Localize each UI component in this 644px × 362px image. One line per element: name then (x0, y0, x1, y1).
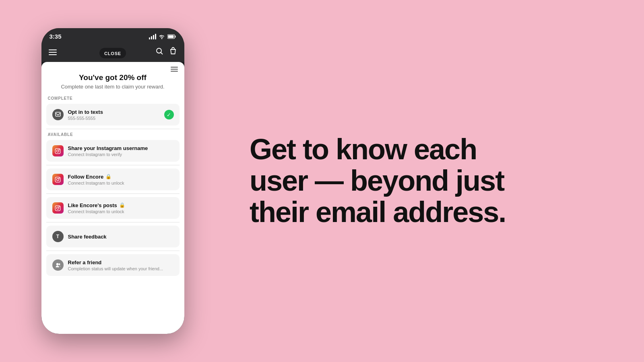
battery-icon (167, 34, 176, 39)
reward-header: You've got 20% off Complete one last ite… (41, 72, 184, 96)
task-instagram-share[interactable]: Share your Instagram username Connect In… (46, 140, 180, 162)
task-like-posts[interactable]: Like Encore's posts 🔒 Connect Instagram … (46, 197, 180, 219)
svg-point-7 (57, 150, 59, 152)
task-opt-in-texts[interactable]: Opt in to texts 555-555-5555 ✓ (46, 104, 180, 125)
refer-title: Refer a friend (68, 259, 163, 265)
svg-point-11 (59, 178, 59, 178)
menu-dots-icon[interactable] (171, 67, 178, 72)
svg-rect-5 (56, 112, 60, 116)
bag-icon[interactable] (169, 47, 177, 57)
svg-rect-12 (55, 206, 60, 211)
task-follow-encore[interactable]: Follow Encore 🔒 Connect Instagram to unl… (46, 169, 180, 190)
task-avatar-icon (52, 109, 64, 120)
svg-line-4 (161, 53, 163, 55)
headline-line1: Get to know each (250, 133, 477, 165)
content-area: You've got 20% off Complete one last ite… (41, 62, 184, 334)
navbar: CLOSE (41, 43, 184, 62)
svg-point-10 (57, 178, 59, 181)
svg-point-15 (56, 263, 58, 265)
follow-encore-instagram-icon (52, 174, 64, 185)
content-header (41, 62, 184, 72)
task-share-feedback[interactable]: T Share feedback (46, 226, 180, 247)
search-icon[interactable] (155, 47, 163, 57)
status-bar: 3:35 (41, 28, 184, 43)
follow-encore-subtitle: Connect Instagram to unlock (68, 181, 124, 185)
wifi-icon (159, 34, 165, 39)
follow-encore-title: Follow Encore (68, 174, 104, 180)
status-time: 3:35 (50, 33, 62, 40)
like-posts-title: Like Encore's posts (68, 202, 117, 208)
available-section-label: AVAILABLE (41, 132, 184, 140)
divider3 (46, 193, 180, 194)
divider2 (46, 165, 180, 165)
hamburger-icon[interactable] (49, 49, 57, 55)
like-posts-subtitle: Connect Instagram to unlock (68, 209, 125, 214)
close-label: CLOSE (104, 51, 121, 56)
reward-subtitle: Complete one last item to claim your rew… (50, 84, 176, 90)
task-refer-friend[interactable]: Refer a friend Completion status will up… (46, 254, 180, 276)
divider5 (46, 251, 180, 251)
instagram-share-title: Share your Instagram username (68, 145, 148, 151)
lock-icon: 🔒 (105, 174, 111, 179)
opt-in-title: Opt in to texts (68, 109, 103, 115)
nav-icons (155, 47, 177, 57)
divider (46, 129, 180, 129)
svg-point-8 (59, 149, 59, 150)
check-icon: ✓ (164, 110, 174, 119)
svg-point-3 (157, 48, 161, 53)
svg-point-16 (58, 263, 60, 265)
like-posts-instagram-icon (52, 202, 64, 214)
like-posts-lock-icon: 🔒 (119, 202, 125, 208)
signal-icon (149, 34, 156, 39)
phone-mockup-area: 3:35 (0, 0, 225, 362)
refer-subtitle: Completion status will update when your … (68, 266, 163, 271)
reward-title: You've got 20% off (50, 73, 176, 82)
svg-rect-2 (168, 35, 173, 38)
right-content: Get to know each user — beyond just thei… (225, 134, 644, 228)
feedback-title: Share feedback (68, 234, 107, 240)
feedback-avatar: T (52, 231, 64, 242)
complete-section-label: COMPLETE (41, 96, 184, 104)
svg-rect-6 (55, 148, 60, 154)
svg-rect-9 (55, 177, 60, 182)
instagram-share-subtitle: Connect Instagram to verify (68, 152, 148, 157)
phone-device: 3:35 (41, 28, 184, 334)
svg-point-14 (59, 206, 59, 207)
instagram-icon (52, 145, 64, 156)
refer-icon (52, 259, 64, 271)
svg-point-13 (57, 207, 59, 209)
divider4 (46, 222, 180, 222)
headline: Get to know each user — beyond just thei… (250, 134, 506, 228)
headline-line2: user — beyond just (250, 165, 504, 197)
opt-in-phone: 555-555-5555 (68, 116, 103, 121)
headline-line3: their email address. (250, 196, 506, 228)
svg-rect-1 (175, 35, 175, 37)
close-badge[interactable]: CLOSE (99, 48, 126, 58)
status-icons (149, 34, 176, 39)
